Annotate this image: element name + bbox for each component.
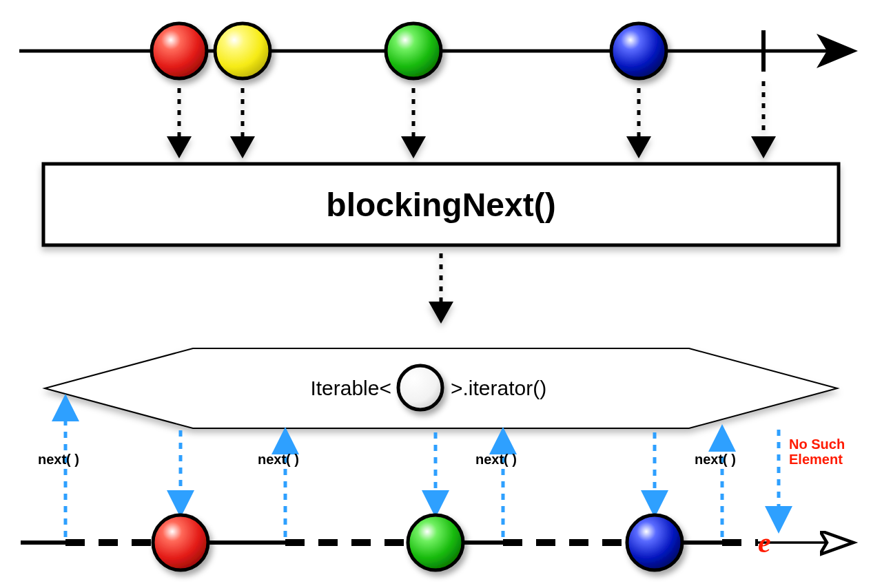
marble-red-out (153, 515, 208, 570)
marble-red (152, 23, 207, 78)
diagram-root: blockingNext() Iterable< >.iterator() ne… (0, 0, 882, 588)
operator-label: blockingNext() (326, 187, 555, 223)
svg-marker-2 (167, 136, 192, 158)
operator-to-iterable-arrow (429, 253, 453, 324)
marble-white (398, 366, 442, 410)
operator-box: blockingNext() (43, 164, 839, 245)
iterable-hexagon: Iterable< >.iterator() (45, 348, 837, 428)
svg-text:No Such: No Such (789, 437, 845, 452)
svg-text:next( ): next( ) (258, 452, 299, 467)
emission-arrows (167, 81, 776, 158)
svg-text:next( ): next( ) (475, 452, 517, 467)
output-timeline: e (21, 515, 827, 570)
error-label: No Such Element (789, 437, 845, 467)
svg-marker-13 (429, 302, 453, 324)
svg-text:next( ): next( ) (38, 452, 79, 467)
iterable-prefix: Iterable< (310, 377, 391, 399)
svg-marker-8 (626, 136, 651, 158)
error-symbol: e (758, 527, 771, 558)
next-labels: next( ) next( ) next( ) next( ) (38, 452, 736, 467)
marble-yellow (215, 23, 270, 78)
svg-text:next( ): next( ) (695, 452, 736, 467)
marble-green (386, 23, 441, 78)
iterable-suffix: >.iterator() (451, 377, 546, 399)
marble-blue (611, 23, 666, 78)
svg-marker-10 (751, 136, 776, 158)
svg-marker-4 (230, 136, 255, 158)
svg-text:Element: Element (789, 452, 843, 467)
source-timeline (19, 23, 827, 78)
marble-green-out (408, 515, 463, 570)
marble-blue-out (627, 515, 682, 570)
svg-marker-6 (401, 136, 426, 158)
